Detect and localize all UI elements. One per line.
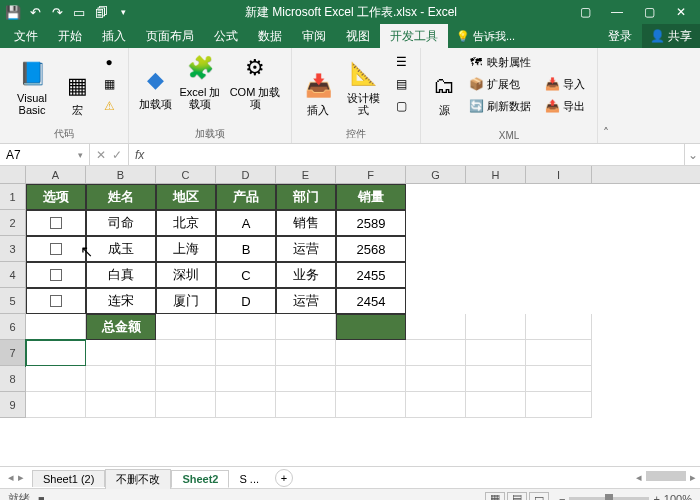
cell[interactable]: 2455 [336, 262, 406, 288]
cell[interactable]: 成玉 [86, 236, 156, 262]
row-header[interactable]: 7 [0, 340, 26, 366]
row-header[interactable]: 2 [0, 210, 26, 236]
column-header[interactable]: D [216, 166, 276, 183]
column-header[interactable]: I [526, 166, 592, 183]
ribbon-options-icon[interactable]: ▢ [570, 3, 600, 21]
cell[interactable] [26, 236, 86, 262]
cell[interactable] [336, 366, 406, 392]
close-icon[interactable]: ✕ [666, 3, 696, 21]
tell-me[interactable]: 💡告诉我... [448, 24, 523, 48]
checkbox[interactable] [50, 269, 62, 281]
column-header[interactable]: E [276, 166, 336, 183]
cell[interactable]: 运营 [276, 236, 336, 262]
addins-button[interactable]: ◆加载项 [137, 64, 173, 110]
formula-input[interactable] [150, 144, 684, 165]
undo-icon[interactable]: ↶ [26, 3, 44, 21]
view-normal-icon[interactable]: ▦ [485, 492, 505, 501]
cell[interactable]: 深圳 [156, 262, 216, 288]
sheet-tab[interactable]: 不删不改 [105, 469, 171, 489]
design-mode-button[interactable]: 📐设计模式 [342, 58, 384, 116]
cell[interactable] [156, 366, 216, 392]
cell[interactable] [526, 392, 592, 418]
macro-record-icon[interactable]: ■ [38, 493, 45, 501]
checkbox[interactable] [50, 217, 62, 229]
cell[interactable] [156, 314, 216, 340]
cell[interactable] [86, 340, 156, 366]
row-header[interactable]: 1 [0, 184, 26, 210]
sheet-tab-more[interactable]: S ... [229, 471, 269, 487]
cell[interactable]: 销量 [336, 184, 406, 210]
cell[interactable] [276, 314, 336, 340]
cell[interactable] [406, 366, 466, 392]
cell[interactable]: 运营 [276, 288, 336, 314]
cell[interactable]: 选项 [26, 184, 86, 210]
tab-insert[interactable]: 插入 [92, 24, 136, 48]
cell[interactable] [526, 366, 592, 392]
cell[interactable] [216, 340, 276, 366]
macro-security-button[interactable]: ⚠ [98, 96, 120, 116]
insert-control-button[interactable]: 📥插入 [300, 70, 336, 116]
view-code-button[interactable]: ▤ [390, 74, 412, 94]
row-header[interactable]: 8 [0, 366, 26, 392]
scroll-right-icon[interactable]: ▸ [690, 471, 696, 484]
import-button[interactable]: 📥导入 [541, 74, 589, 94]
cell[interactable]: 姓名 [86, 184, 156, 210]
cell[interactable] [156, 340, 216, 366]
cell[interactable]: 厦门 [156, 288, 216, 314]
export-button[interactable]: 📤导出 [541, 96, 589, 116]
tab-view[interactable]: 视图 [336, 24, 380, 48]
minimize-icon[interactable]: — [602, 3, 632, 21]
cell[interactable] [336, 340, 406, 366]
cell[interactable] [26, 392, 86, 418]
redo-icon[interactable]: ↷ [48, 3, 66, 21]
maximize-icon[interactable]: ▢ [634, 3, 664, 21]
scroll-left-icon[interactable]: ◂ [636, 471, 642, 484]
cell[interactable]: 2589 [336, 210, 406, 236]
cell[interactable]: 产品 [216, 184, 276, 210]
visual-basic-button[interactable]: 📘Visual Basic [8, 58, 56, 116]
sheet-tab[interactable]: Sheet1 (2) [32, 470, 105, 487]
fx-label[interactable]: fx [129, 144, 150, 165]
sheet-tab[interactable]: Sheet2 [171, 470, 229, 488]
worksheet-grid[interactable]: ABCDEFGHI 123456789 选项姓名地区产品部门销量司命北京A销售2… [0, 166, 700, 466]
column-header[interactable]: H [466, 166, 526, 183]
cell[interactable] [526, 340, 592, 366]
cell[interactable] [336, 314, 406, 340]
share-button[interactable]: 👤共享 [642, 24, 700, 48]
cell[interactable]: 白真 [86, 262, 156, 288]
view-pagebreak-icon[interactable]: ▭ [529, 492, 549, 501]
cell[interactable]: D [216, 288, 276, 314]
qat-icon-2[interactable]: 🗐 [92, 3, 110, 21]
cell[interactable]: 业务 [276, 262, 336, 288]
cell[interactable]: 司命 [86, 210, 156, 236]
cell[interactable] [466, 366, 526, 392]
collapse-ribbon-icon[interactable]: ˄ [598, 48, 614, 144]
cancel-formula-icon[interactable]: ✕ [96, 148, 106, 162]
qat-icon[interactable]: ▭ [70, 3, 88, 21]
tab-formulas[interactable]: 公式 [204, 24, 248, 48]
cell[interactable] [526, 314, 592, 340]
tab-data[interactable]: 数据 [248, 24, 292, 48]
cell[interactable] [406, 314, 466, 340]
qat-dropdown-icon[interactable]: ▾ [114, 3, 132, 21]
cell[interactable] [466, 392, 526, 418]
scroll-thumb[interactable] [646, 471, 686, 481]
name-box[interactable]: A7▾ [0, 144, 90, 165]
cell[interactable]: B [216, 236, 276, 262]
cell[interactable] [26, 314, 86, 340]
excel-addins-button[interactable]: 🧩Excel 加载项 [179, 52, 221, 110]
cell[interactable] [406, 340, 466, 366]
cell[interactable] [466, 340, 526, 366]
row-header[interactable]: 4 [0, 262, 26, 288]
column-header[interactable]: B [86, 166, 156, 183]
tab-review[interactable]: 审阅 [292, 24, 336, 48]
save-icon[interactable]: 💾 [4, 3, 22, 21]
column-header[interactable]: F [336, 166, 406, 183]
column-header[interactable]: C [156, 166, 216, 183]
properties-button[interactable]: ☰ [390, 52, 412, 72]
cell[interactable] [216, 314, 276, 340]
chevron-down-icon[interactable]: ▾ [78, 150, 83, 160]
checkbox[interactable] [50, 243, 62, 255]
cell[interactable] [466, 314, 526, 340]
record-macro-button[interactable]: ● [98, 52, 120, 72]
